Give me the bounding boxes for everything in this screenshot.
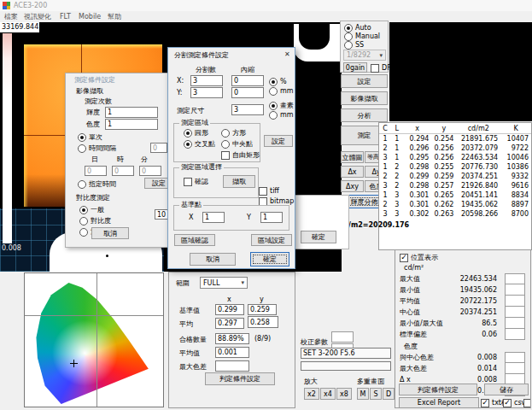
area-setting-button[interactable]: 區域設定 [251, 234, 292, 246]
mm2-radio[interactable]: mm [269, 111, 294, 120]
confirm-checkbox[interactable]: 確認 [184, 178, 208, 186]
delta-xy-button[interactable]: Δxy [341, 180, 364, 192]
x-inset-field[interactable]: 0 [231, 75, 264, 86]
table-row[interactable]: 330.3020.26320598.2668700 [379, 209, 531, 219]
interval-radio[interactable]: 時間間隔 [78, 144, 116, 153]
area-set-button[interactable]: 設定 [264, 135, 293, 147]
calib-field-2[interactable] [301, 361, 391, 371]
menu-video[interactable]: 視訊變化 [24, 13, 51, 21]
popup-ok-button[interactable]: 確定 [301, 231, 336, 243]
square-radio[interactable]: 方形 [221, 129, 246, 138]
chroma-count-field[interactable]: 1 [105, 119, 158, 130]
solid-view-button[interactable]: 立體圖 [341, 151, 364, 163]
manual-radio[interactable]: Manual [344, 32, 380, 41]
close-icon[interactable]: ✕ [284, 50, 290, 59]
table-row[interactable]: 310.2950.25622463.53410046 [379, 153, 531, 162]
table-row[interactable]: 230.3010.26219435.0628897 [379, 200, 531, 209]
area-confirm-button[interactable]: 區域確認 [174, 234, 215, 246]
image-file-checkbox[interactable]: 影像檔 [523, 399, 531, 407]
avg-y-field[interactable]: 0.258 [248, 316, 278, 328]
center-radio[interactable]: 中央點 [221, 140, 253, 149]
circle-radio[interactable]: 圓形 [184, 129, 208, 138]
multi-m-button[interactable]: M [357, 388, 369, 400]
table-cell: 0.256 [431, 144, 456, 153]
table-cell: 8700 [500, 209, 531, 219]
multi-s-button[interactable]: S [370, 388, 382, 400]
y-split-field[interactable]: 3 [190, 87, 223, 98]
multi-d-button[interactable]: D [383, 388, 395, 400]
col-header[interactable]: K [500, 123, 531, 134]
zoom-x2-button[interactable]: x2 [304, 388, 319, 400]
table-row[interactable]: 130.3010.26520451.1418834 [379, 190, 531, 200]
excel-report-button[interactable]: Excel Report [399, 397, 479, 408]
radio-icon [344, 24, 353, 32]
table-row[interactable]: 110.2940.25421891.67510407 [379, 134, 531, 144]
table-row[interactable]: 220.2990.25920374.2519332 [379, 172, 531, 181]
gain-button[interactable]: 0gain [343, 62, 367, 73]
cross-radio[interactable]: 交叉點 [184, 140, 215, 149]
hour-field[interactable]: 0 [112, 166, 134, 176]
tiff-checkbox[interactable]: tiff [259, 187, 279, 196]
stats-judge-button[interactable]: 判定條件設定 [399, 384, 477, 395]
percent-radio[interactable]: % [269, 78, 287, 86]
day-field[interactable]: 0 [85, 166, 107, 176]
range-dropdown[interactable]: FULL▾ [200, 277, 248, 289]
mm-radio[interactable]: mm [269, 87, 294, 96]
dr-checkbox[interactable]: DR [371, 64, 392, 73]
y-inset-field[interactable]: 0 [231, 87, 264, 98]
analyze-button[interactable]: 分析 [341, 108, 388, 122]
ss-radio[interactable]: SS [344, 41, 364, 50]
general-radio[interactable]: 一般 [79, 206, 104, 214]
table-row[interactable]: 320.2980.25721926.8409616 [379, 181, 531, 190]
calib-field[interactable]: SET 3-200 F5.6 [301, 348, 391, 359]
ref-x-field[interactable]: 0.299 [215, 304, 244, 315]
threshold-field[interactable]: 10 [155, 209, 168, 220]
avg-x-field[interactable]: 0.297 [215, 318, 244, 329]
base-y-field[interactable]: 1 [260, 212, 283, 223]
menu-file[interactable]: 檔案 [4, 13, 18, 21]
cie-panel[interactable] [24, 272, 164, 407]
col-header[interactable]: C [379, 123, 391, 134]
shutter-dropdown[interactable]: 1/8292▾ [343, 50, 386, 61]
size-field[interactable]: 3 [231, 104, 264, 115]
mean-field[interactable]: 0.001 [215, 347, 249, 358]
single-radio[interactable]: 單次 [78, 133, 102, 142]
auto-radio[interactable]: Auto [344, 24, 371, 32]
menu-flt[interactable]: FLT [60, 13, 71, 21]
time-set-button[interactable]: 設定 [144, 178, 168, 189]
table-row[interactable]: 210.2960.25620372.0799722 [379, 144, 531, 153]
menu-mobile[interactable]: Mobile [79, 13, 101, 21]
split-ok-button[interactable]: 確定 [250, 252, 289, 266]
delta-x-button[interactable]: Δx [341, 166, 364, 178]
col-header[interactable]: cd/m2 [456, 123, 500, 134]
col-header[interactable]: x [403, 123, 432, 134]
luminance-count-field[interactable]: 1 [105, 107, 158, 118]
maxdiff-field[interactable] [215, 360, 249, 372]
minute-field[interactable]: 0 [139, 166, 161, 176]
settings-button[interactable]: 設定 [341, 74, 388, 88]
menu-help[interactable]: 幫助 [108, 13, 121, 21]
judge-condition-button[interactable]: 判定條件設定 [205, 372, 275, 385]
zoom-x4-button[interactable]: x4 [320, 388, 336, 400]
ref-y-field[interactable]: 0.259 [248, 304, 277, 315]
measure-cancel-button[interactable]: 取消 [91, 227, 129, 239]
free-rect-checkbox[interactable]: 自由矩形 [221, 151, 260, 160]
table-row[interactable]: 120.2980.25520776.73010386 [379, 162, 531, 172]
preview-box[interactable] [389, 22, 532, 121]
split-cancel-button[interactable]: 取消 [190, 253, 236, 266]
x-split-field[interactable]: 3 [190, 75, 223, 86]
specified-time-radio[interactable]: 指定時間 [78, 180, 116, 189]
zoom-x8-button[interactable]: x8 [336, 388, 352, 400]
pixel-radio[interactable]: 畫素 [269, 102, 294, 110]
save-button[interactable]: 儲存 [484, 384, 529, 395]
col-header[interactable]: L [391, 123, 403, 134]
col-header[interactable]: y [431, 123, 456, 134]
pass-count-field[interactable]: 88.89% [215, 333, 249, 344]
position-display-checkbox[interactable]: ✓位置表示 [400, 254, 438, 262]
capture-area-button[interactable]: 擷取 [223, 175, 255, 188]
image-capture-button[interactable]: 影像擷取 [341, 91, 388, 105]
contrast-radio[interactable]: 對比度 [79, 217, 111, 226]
base-x-field[interactable]: 1 [202, 212, 225, 223]
interval-field[interactable]: 0 [150, 143, 167, 153]
luminance-scale-bar[interactable] [3, 33, 12, 243]
